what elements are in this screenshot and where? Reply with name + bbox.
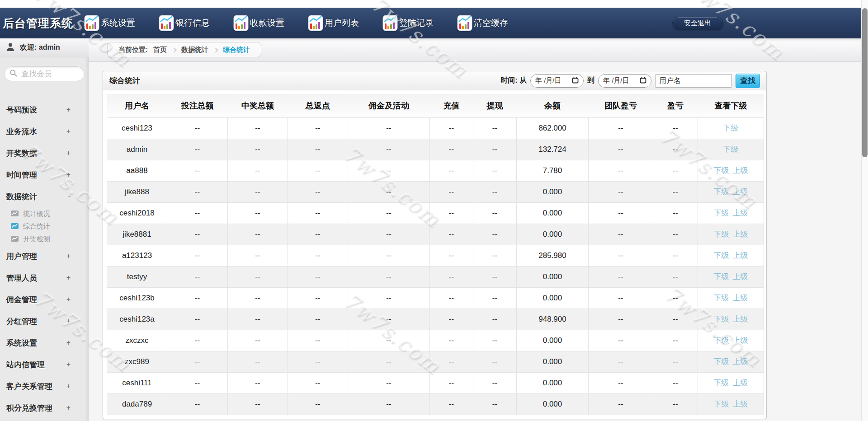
sidebar-item-5[interactable]: 数据统计- [0, 186, 89, 207]
date-to-input[interactable]: 年 /月/日 [598, 74, 651, 88]
username-cell: ceshi123b [107, 287, 167, 309]
nav-item-5[interactable]: 登陆记录 [382, 15, 434, 31]
lower-level-link[interactable]: 下级 [714, 357, 729, 366]
expand-toggle-icon[interactable]: + [66, 295, 71, 304]
expand-toggle-icon[interactable]: + [66, 317, 71, 325]
sidebar-item-2[interactable]: 业务流水+ [0, 121, 89, 142]
search-button[interactable]: 查找 [736, 74, 760, 88]
expand-toggle-icon[interactable]: + [66, 360, 71, 369]
calendar-icon[interactable] [640, 77, 646, 85]
value-cell: 0.000 [517, 372, 589, 393]
lower-level-link[interactable]: 下级 [714, 187, 729, 196]
stats-panel: 综合统计 时间: 从 年 /月/日 到 年 /月/日 查找 用户名投注总额中奖 [103, 71, 767, 419]
column-header: 盈亏 [653, 94, 698, 117]
value-cell: -- [653, 245, 698, 266]
lower-level-link[interactable]: 下级 [714, 315, 729, 323]
upper-level-link[interactable]: 上级 [733, 272, 748, 281]
nav-item-6[interactable]: 清空缓存 [457, 15, 508, 31]
upper-level-link[interactable]: 上级 [733, 379, 748, 387]
view-subordinate-cell: 下级上级 [698, 181, 764, 202]
value-cell: -- [167, 160, 228, 181]
upper-level-link[interactable]: 上级 [733, 336, 748, 345]
value-cell: -- [589, 287, 653, 309]
sidebar-item-8[interactable]: 佣金管理+ [0, 289, 89, 310]
sidebar-item-10[interactable]: 系统设置+ [0, 332, 89, 354]
sidebar-item-13[interactable]: 积分兑换管理+ [0, 397, 89, 419]
sidebar-item-1[interactable]: 号码预设+ [0, 99, 89, 121]
expand-toggle-icon[interactable]: + [66, 382, 71, 390]
nav-item-1[interactable]: 系统设置 [84, 15, 135, 31]
upper-level-link[interactable]: 上级 [733, 251, 748, 260]
lower-level-link[interactable]: 下级 [723, 124, 739, 132]
value-cell: -- [473, 139, 517, 160]
nav-item-label: 收款设置 [250, 17, 284, 29]
lower-level-link[interactable]: 下级 [714, 209, 729, 217]
value-cell: -- [228, 202, 288, 224]
expand-toggle-icon[interactable]: + [66, 404, 71, 412]
expand-toggle-icon[interactable]: + [66, 339, 71, 347]
value-cell: -- [348, 372, 430, 393]
lower-level-link[interactable]: 下级 [714, 336, 729, 345]
value-cell: -- [228, 393, 288, 415]
sidebar-item-11[interactable]: 站内信管理+ [0, 354, 89, 375]
upper-level-link[interactable]: 上级 [733, 209, 748, 217]
lower-level-link[interactable]: 下级 [714, 272, 729, 281]
expand-toggle-icon[interactable]: + [66, 127, 71, 136]
value-cell: -- [653, 287, 698, 309]
sidebar-item-7[interactable]: 管理人员+ [0, 267, 89, 289]
upper-level-link[interactable]: 上级 [733, 230, 748, 239]
logout-button[interactable]: 安全退出 [672, 17, 723, 29]
username-cell: jike8881 [107, 224, 167, 245]
column-header: 提现 [473, 94, 517, 117]
submenu-item-1[interactable]: 统计概况 [0, 207, 89, 220]
submenu-item-3[interactable]: 开奖检测 [0, 233, 89, 245]
lower-level-link[interactable]: 下级 [714, 166, 729, 175]
upper-level-link[interactable]: 上级 [733, 315, 748, 323]
panel-header: 综合统计 时间: 从 年 /月/日 到 年 /月/日 查找 [103, 71, 766, 90]
lower-level-link[interactable]: 下级 [714, 294, 729, 302]
upper-level-link[interactable]: 上级 [733, 357, 748, 366]
expand-toggle-icon[interactable]: + [66, 252, 71, 260]
breadcrumb-item-1[interactable]: 首页 [153, 46, 167, 54]
expand-toggle-icon[interactable]: + [66, 274, 71, 282]
sidebar-item-label: 站内信管理 [6, 360, 45, 370]
scrollbar-thumb[interactable] [862, 8, 868, 157]
member-search-box[interactable] [4, 66, 85, 81]
lower-level-link[interactable]: 下级 [723, 145, 739, 154]
nav-item-4[interactable]: 用户列表 [308, 15, 359, 31]
vertical-scrollbar[interactable] [861, 0, 868, 421]
upper-level-link[interactable]: 上级 [733, 187, 748, 196]
upper-level-link[interactable]: 上级 [733, 400, 748, 408]
lower-level-link[interactable]: 下级 [714, 379, 729, 387]
sidebar-item-3[interactable]: 开奖数据+ [0, 142, 89, 164]
lower-level-link[interactable]: 下级 [714, 251, 729, 260]
username-input[interactable] [655, 74, 732, 88]
date-from-input[interactable]: 年 /月/日 [530, 74, 584, 88]
value-cell: -- [288, 202, 348, 224]
expand-toggle-icon[interactable]: + [66, 106, 71, 114]
upper-level-link[interactable]: 上级 [733, 294, 748, 302]
sidebar-item-4[interactable]: 时间管理+ [0, 164, 89, 186]
submenu-item-2[interactable]: 综合统计 [0, 220, 89, 233]
lower-level-link[interactable]: 下级 [714, 400, 729, 408]
sidebar-item-6[interactable]: 用户管理+ [0, 245, 89, 267]
calendar-icon[interactable] [572, 77, 579, 85]
breadcrumb-item-2[interactable]: 数据统计 [181, 46, 208, 54]
value-cell: -- [228, 117, 288, 139]
expand-toggle-icon[interactable]: - [68, 192, 71, 201]
expand-toggle-icon[interactable]: + [66, 171, 71, 179]
value-cell: -- [288, 309, 348, 330]
value-cell: -- [288, 160, 348, 181]
expand-toggle-icon[interactable]: + [66, 149, 71, 157]
nav-item-3[interactable]: 收款设置 [233, 15, 284, 31]
member-search-input[interactable] [21, 70, 80, 79]
upper-level-link[interactable]: 上级 [733, 166, 748, 175]
time-to-label: 到 [587, 76, 594, 85]
value-cell: -- [589, 139, 653, 160]
lower-level-link[interactable]: 下级 [714, 230, 729, 239]
value-cell: -- [348, 393, 430, 415]
nav-item-2[interactable]: 银行信息 [159, 15, 210, 31]
value-cell: -- [228, 266, 288, 287]
sidebar-item-9[interactable]: 分红管理+ [0, 310, 89, 332]
sidebar-item-12[interactable]: 客户关系管理+ [0, 375, 89, 397]
